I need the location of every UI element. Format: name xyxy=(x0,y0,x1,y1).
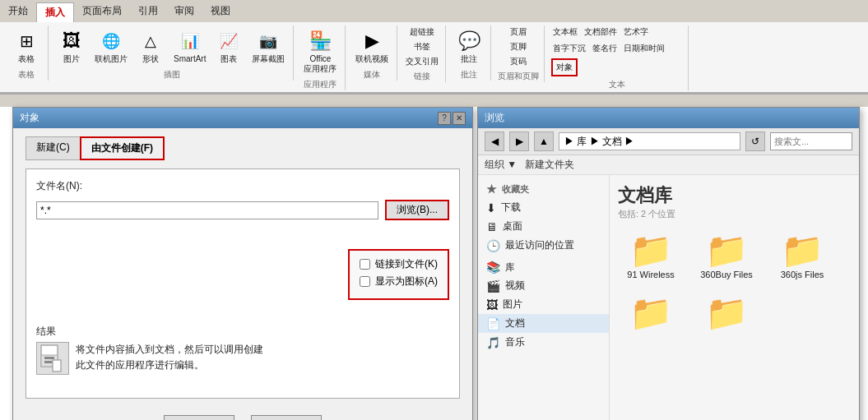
sidebar-item-recent[interactable]: 🕒 最近访问的位置 xyxy=(478,236,609,255)
group-hf-label: 页眉和页脚 xyxy=(498,71,539,82)
tab-start[interactable]: 开始 xyxy=(0,2,36,22)
sidebar-item-video[interactable]: 🎬 视频 xyxy=(478,276,609,295)
dialog-help-btn[interactable]: ? xyxy=(438,112,451,125)
btn-object[interactable]: 对象 xyxy=(551,58,578,76)
group-comment-label: 批注 xyxy=(461,69,477,81)
forward-button[interactable]: ▶ xyxy=(509,132,529,151)
tab-references[interactable]: 引用 xyxy=(130,2,166,22)
comment-icon: 💬 xyxy=(456,28,482,54)
star-icon: ★ xyxy=(486,182,497,196)
btn-wordart[interactable]: 艺术字 xyxy=(622,25,650,39)
btn-footer[interactable]: 页脚 xyxy=(507,40,530,53)
btn-office-apps[interactable]: 🏪 Office 应用程序 xyxy=(300,25,340,76)
address-text: ▶ 库 ▶ 文档 ▶ xyxy=(564,135,634,149)
desktop-icon: 🖥 xyxy=(486,220,498,233)
result-label: 结果 xyxy=(36,325,449,339)
sidebar-item-music[interactable]: 🎵 音乐 xyxy=(478,333,609,352)
svg-rect-4 xyxy=(53,360,61,372)
sidebar-item-download[interactable]: ⬇ 下载 xyxy=(478,198,609,217)
ribbon: 开始 插入 页面布局 引用 审阅 视图 ⊞ 表格 表格 🖼 图片 xyxy=(0,0,868,95)
filename-input[interactable] xyxy=(36,201,378,219)
tab-layout[interactable]: 页面布局 xyxy=(74,2,130,22)
cancel-button[interactable]: 取消 xyxy=(251,415,322,420)
btn-cross-ref-label: 交叉引用 xyxy=(406,56,439,67)
online-video-icon: ▶ xyxy=(359,28,385,54)
ribbon-group-media-items: ▶ 联机视频 xyxy=(352,25,392,67)
desktop-label: 桌面 xyxy=(503,219,522,233)
ribbon-group-links-items: 超链接 书签 交叉引用 xyxy=(404,25,440,68)
btn-hyperlink[interactable]: 超链接 xyxy=(404,25,440,39)
dialog-body: 新建(C) 由文件创建(F) 文件名(N): 浏览(B)... 链接到文件(K) xyxy=(13,128,472,407)
ok-button[interactable]: 确定 xyxy=(164,415,234,420)
dialog-title: 对象 xyxy=(20,111,39,125)
tab-review[interactable]: 审阅 xyxy=(166,2,202,22)
link-to-file-checkbox[interactable] xyxy=(360,259,370,270)
sidebar-item-pictures[interactable]: 🖼 图片 xyxy=(478,295,609,314)
dialog-footer: 确定 取消 xyxy=(13,407,472,420)
btn-footer-label: 页脚 xyxy=(510,41,527,53)
group-text-label: 文本 xyxy=(609,79,625,90)
btn-smartart-label: SmartArt xyxy=(174,54,206,64)
btn-smartart[interactable]: 📊 SmartArt xyxy=(170,25,209,67)
address-bar[interactable]: ▶ 库 ▶ 文档 ▶ xyxy=(559,132,740,150)
favorites-header: ★ 收藏夹 xyxy=(478,180,609,198)
folder-360js[interactable]: 📁 360js Files xyxy=(769,230,835,283)
folder-360buy[interactable]: 📁 360Buy Files xyxy=(694,230,759,283)
browse-button[interactable]: 浏览(B)... xyxy=(385,200,449,220)
btn-table[interactable]: ⊞ 表格 xyxy=(10,25,43,67)
btn-shape[interactable]: △ 形状 xyxy=(134,25,167,67)
btn-textbox[interactable]: 文本框 xyxy=(551,25,579,39)
pictures-label: 图片 xyxy=(503,298,522,312)
ribbon-group-apps: 🏪 Office 应用程序 应用程序 xyxy=(295,25,346,90)
btn-picture[interactable]: 🖼 图片 xyxy=(55,25,88,67)
btn-online-picture[interactable]: 🌐 联机图片 xyxy=(91,25,131,67)
up-button[interactable]: ▲ xyxy=(534,132,554,151)
ribbon-body: ⊞ 表格 表格 🖼 图片 🌐 联机图片 △ 形状 xyxy=(0,22,868,94)
btn-signature[interactable]: 签名行 xyxy=(591,42,619,55)
btn-doc-parts[interactable]: 文档部件 xyxy=(583,25,619,39)
sidebar-item-desktop[interactable]: 🖥 桌面 xyxy=(478,217,609,236)
btn-online-video[interactable]: ▶ 联机视频 xyxy=(352,25,392,67)
dialog-close-btn[interactable]: ✕ xyxy=(453,112,466,125)
btn-cross-ref[interactable]: 交叉引用 xyxy=(404,55,440,68)
tab-insert[interactable]: 插入 xyxy=(36,2,74,22)
btn-bookmark[interactable]: 书签 xyxy=(404,40,440,53)
btn-picture-label: 图片 xyxy=(63,54,80,64)
video-label: 视频 xyxy=(505,279,525,293)
btn-comment[interactable]: 💬 批注 xyxy=(453,25,485,67)
browser-content: 文档库 包括: 2 个位置 📁 91 Wireless 📁 360Buy Fil… xyxy=(610,175,859,420)
folder-label-360buy: 360Buy Files xyxy=(700,270,753,279)
ribbon-group-illustrations-items: 🖼 图片 🌐 联机图片 △ 形状 📊 SmartArt 📈 图表 xyxy=(55,25,288,67)
back-button[interactable]: ◀ xyxy=(485,132,504,151)
browser-sidebar: ★ 收藏夹 ⬇ 下载 🖥 桌面 🕒 最近访问的位置 📚 xyxy=(478,175,610,420)
organize-button[interactable]: 组织 ▼ xyxy=(485,158,517,172)
video-icon: 🎬 xyxy=(486,279,500,293)
online-picture-icon: 🌐 xyxy=(98,28,124,54)
svg-rect-2 xyxy=(44,357,54,359)
btn-header[interactable]: 页眉 xyxy=(507,25,530,39)
favorites-label: 收藏夹 xyxy=(502,183,529,196)
library-header: 📚 库 xyxy=(478,258,609,276)
new-folder-button[interactable]: 新建文件夹 xyxy=(525,158,574,172)
checkbox-area: 链接到文件(K) 显示为图标(A) xyxy=(348,249,449,300)
btn-chart[interactable]: 📈 图表 xyxy=(212,25,245,67)
display-as-icon-checkbox[interactable] xyxy=(360,276,370,287)
browser-search-input[interactable] xyxy=(770,132,852,150)
sidebar-item-documents[interactable]: 📄 文档 xyxy=(478,314,609,333)
folder-4[interactable]: 📁 xyxy=(618,293,684,335)
btn-datetime[interactable]: 日期和时间 xyxy=(622,42,666,55)
btn-page-number[interactable]: 页码 xyxy=(507,55,530,68)
folder-91wireless[interactable]: 📁 91 Wireless xyxy=(618,230,684,283)
btn-dropcap[interactable]: 首字下沉 xyxy=(551,42,587,55)
refresh-button[interactable]: ↺ xyxy=(745,132,765,151)
office-apps-icon: 🏪 xyxy=(307,28,333,54)
btn-screenshot[interactable]: 📷 屏幕截图 xyxy=(248,25,288,67)
group-table-label: 表格 xyxy=(18,69,35,81)
library-section: 📚 库 🎬 视频 🖼 图片 📄 文档 🎵 音乐 xyxy=(478,258,609,352)
dialog-tab-from-file[interactable]: 由文件创建(F) xyxy=(80,136,165,160)
tab-view[interactable]: 视图 xyxy=(202,2,239,22)
folder-5[interactable]: 📁 xyxy=(694,293,759,335)
ribbon-group-table: ⊞ 表格 表格 xyxy=(5,25,49,81)
dialog-tab-new[interactable]: 新建(C) xyxy=(26,136,81,160)
download-icon: ⬇ xyxy=(486,201,496,215)
